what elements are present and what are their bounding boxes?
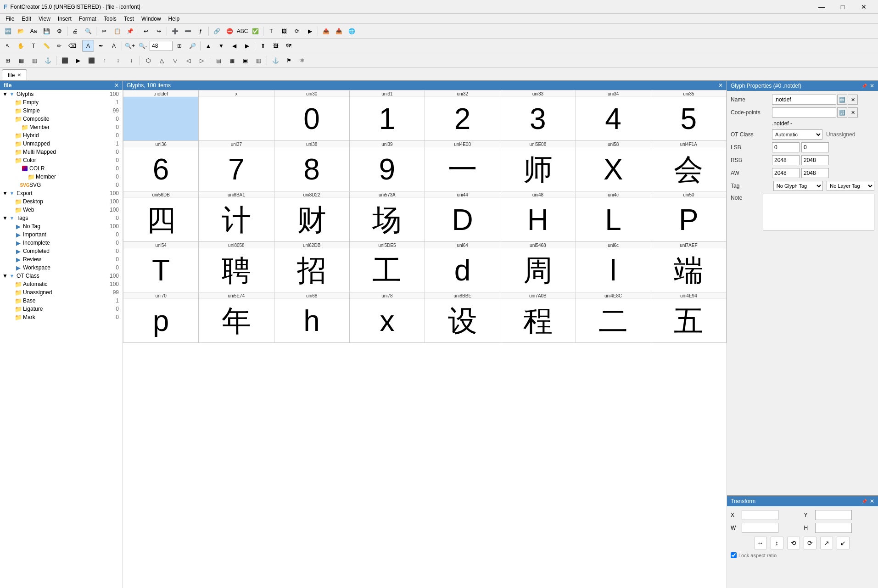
glyph-cell-uni4c[interactable]: uni4cL [576,191,651,242]
save-button[interactable]: 💾 [40,25,52,37]
menu-item-view[interactable]: View [35,15,54,23]
align1-btn[interactable]: ⬛ [59,55,71,67]
y-input[interactable] [815,510,852,520]
rsb-input1[interactable] [772,155,800,165]
test-button[interactable]: ▶ [304,25,316,37]
glyph-cell-uni4E00[interactable]: uni4E00一 [425,141,500,191]
tree-item-hybrid[interactable]: 📁Hybrid0 [0,131,123,140]
transform-close[interactable]: ✕ [870,498,874,505]
tree-item-tags[interactable]: ▼▼Tags0 [0,214,123,222]
stroke-btn[interactable]: ✒ [95,40,107,52]
nodes-btn[interactable]: A [108,40,120,52]
color-btn[interactable]: A [82,40,94,52]
glyph-cell-uni70[interactable]: uni70p [123,292,199,343]
tree-item-incomplete[interactable]: ▶Incomplete0 [0,239,123,247]
bitmap2-btn[interactable]: 🖼 [270,40,282,52]
fit-btn[interactable]: ⊞ [173,40,185,52]
glyph-cell-uni34[interactable]: uni344 [576,90,651,141]
glyph-cell-uni39[interactable]: uni399 [350,141,425,191]
aw-input2[interactable] [801,168,829,178]
rotate-ccw-btn[interactable]: ⟲ [787,537,800,549]
hand-button[interactable]: ✋ [15,40,27,52]
redo-button[interactable]: ↪ [153,25,165,37]
h-input[interactable] [815,523,852,533]
transform-pin[interactable]: 📌 [861,498,868,505]
tree-item-simple[interactable]: 📁Simple99 [0,106,123,115]
tree-item-notag[interactable]: ▶No Tag100 [0,222,123,230]
menu-item-help[interactable]: Help [165,15,184,23]
unlink-button[interactable]: ⛔ [224,25,235,37]
glyphs-button[interactable]: Aa [28,25,39,37]
arrow-l-btn[interactable]: ◀ [228,40,240,52]
otclass-select[interactable]: Automatic Unassigned Base Ligature Mark [772,129,822,140]
anchor-btn[interactable]: ⚓ [42,55,54,67]
formula-button[interactable]: ƒ [195,25,207,37]
x-input[interactable] [742,510,778,520]
glyph-cell-uni62DB[interactable]: uni62DB招 [274,242,350,292]
nav1-btn[interactable]: ⚓ [269,55,281,67]
layer-tag-select[interactable]: No Layer Tag [827,181,874,191]
print-button[interactable]: 🖨 [69,25,81,37]
zoom-input[interactable] [150,41,173,51]
add-button[interactable]: ➕ [169,25,181,37]
table3-btn[interactable]: ▣ [239,55,251,67]
tree-item-color[interactable]: 📁Color0 [0,156,123,164]
menu-item-insert[interactable]: Insert [54,15,75,23]
tree-item-web[interactable]: 📁Web100 [0,206,123,214]
close-button[interactable]: ✕ [853,0,874,14]
glyph-cell-uni8BA1[interactable]: uni8BA1计 [199,191,274,242]
tree-item-automatic[interactable]: 📁Automatic100 [0,280,123,288]
grid2-btn[interactable]: ▦ [15,55,27,67]
export3-button[interactable]: 🌐 [346,25,358,37]
glyph-cell-uni5E74[interactable]: uni5E74年 [199,292,274,343]
select-button[interactable]: ↖ [2,40,14,52]
tree-item-glyphs[interactable]: ▼▼Glyphs100 [0,90,123,98]
tree-item-workspace[interactable]: ▶Workspace0 [0,263,123,272]
zoom-in-btn[interactable]: 🔍+ [124,40,136,52]
glyph-cell-uni5DE5[interactable]: uni5DE5工 [350,242,425,292]
bitmap-button[interactable]: 🖼 [278,25,290,37]
tree-item-multimapped[interactable]: 📁Multi Mapped0 [0,148,123,156]
glyph-props-pin[interactable]: 📌 [861,82,868,90]
tree-item-member[interactable]: 📁Member0 [0,123,123,131]
export2-button[interactable]: 📥 [333,25,345,37]
tree-item-colr[interactable]: COLR0 [0,164,123,173]
tree-item-otclass[interactable]: ▼▼OT Class100 [0,272,123,280]
tree-item-colrmember[interactable]: 📁Member0 [0,173,123,181]
link-button[interactable]: 🔗 [211,25,223,37]
glyph-cell-uni68[interactable]: uni68h [274,292,350,343]
glyph-cell-uni31[interactable]: uni311 [350,90,425,141]
glyph-cell-uni56DB[interactable]: uni56DB四 [123,191,199,242]
glyph-cell-uni4F1A[interactable]: uni4F1A会 [651,141,727,191]
table2-btn[interactable]: ▦ [226,55,238,67]
align2-btn[interactable]: ▶ [72,55,84,67]
find-button[interactable]: 🔍 [82,25,94,37]
glyph-cell-uni4E94[interactable]: uni4E94五 [651,292,727,343]
pencil-button[interactable]: ✏ [53,40,65,52]
path2-btn[interactable]: △ [156,55,168,67]
erase-button[interactable]: ⌫ [66,40,78,52]
codepoints-clear-btn[interactable]: ✕ [848,107,858,118]
glyph-cell-x[interactable]: x [199,90,274,141]
codepoints-input[interactable] [772,107,836,118]
glyph-props-close[interactable]: ✕ [870,82,874,90]
glyph-cell-uni48[interactable]: uni48H [500,191,576,242]
open-button[interactable]: 📂 [15,25,27,37]
auto-button[interactable]: ⟳ [291,25,303,37]
glyph-cell-uni8D22[interactable]: uni8D22财 [274,191,350,242]
tree-item-empty[interactable]: 📁Empty1 [0,98,123,106]
aw-input1[interactable] [772,168,800,178]
flip-v-btn[interactable]: ↕ [771,537,783,549]
glyph-grid-container[interactable]: .notdefxuni300uni311uni322uni333uni344un… [123,90,727,588]
tree-item-completed[interactable]: ▶Completed0 [0,247,123,255]
glyph-cell-uni5E08[interactable]: uni5E08师 [500,141,576,191]
settings-button[interactable]: ⚙ [53,25,65,37]
rsb-input2[interactable] [801,155,829,165]
glyph-cell-uni573A[interactable]: uni573A场 [350,191,425,242]
align6-btn[interactable]: ↓ [125,55,137,67]
text-button[interactable]: T [28,40,39,52]
maximize-button[interactable]: □ [832,0,853,14]
tree-item-svg[interactable]: SVGSVG0 [0,181,123,189]
minimize-button[interactable]: — [811,0,832,14]
glyph-cell-uni54[interactable]: uni54T [123,242,199,292]
